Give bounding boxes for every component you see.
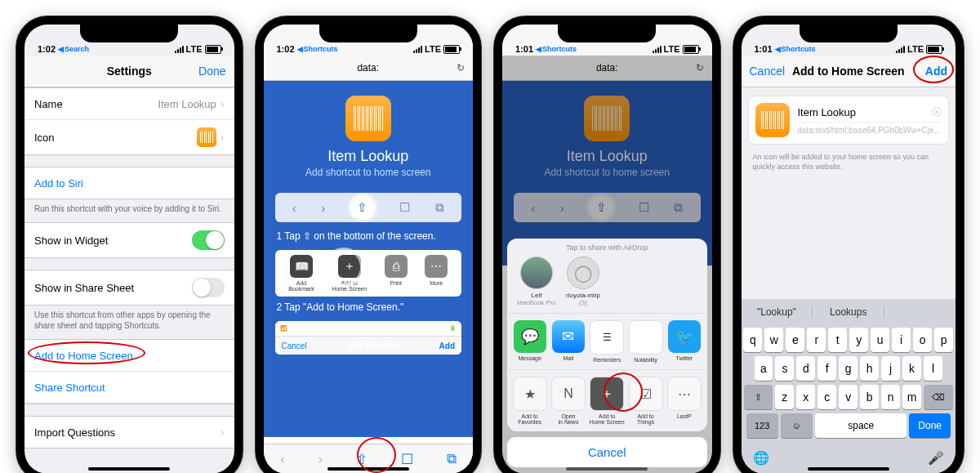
step-1: 1 Tap ⇧ on the bottom of the screen. [277, 230, 461, 242]
back-icon[interactable]: ‹ [280, 451, 285, 467]
navbar: Cancel Add to Home Screen Add [742, 56, 956, 87]
cancel-button[interactable]: Cancel [507, 437, 707, 467]
forward-icon[interactable]: › [318, 451, 323, 467]
numbers-key[interactable]: 123 [746, 413, 778, 438]
key-j[interactable]: j [881, 356, 900, 381]
lastpass-icon: ⋯ [667, 377, 702, 411]
lastpass-action[interactable]: ⋯LastP [666, 377, 702, 425]
notability-icon: ✏ [629, 320, 663, 355]
add-to-siri-button[interactable]: Add to Siri [24, 167, 234, 199]
news-icon: N [551, 377, 586, 411]
open-news-action[interactable]: NOpen in News [550, 377, 586, 425]
twitter-icon: 🐦 [668, 320, 701, 353]
airdrop-contact[interactable]: LeifMacBook Pro [517, 257, 556, 306]
shift-key[interactable]: ⇧ [744, 385, 773, 409]
cancel-button[interactable]: Cancel [750, 65, 786, 78]
key-s[interactable]: s [775, 356, 794, 381]
name-cell[interactable]: NameItem Lookup› [24, 88, 234, 120]
hint-text: An icon will be added to your home scree… [742, 153, 956, 172]
key-c[interactable]: c [817, 385, 836, 409]
mini-share-sheet: 📖Add Bookmark ＋Add to Home Screen ⎙Print… [275, 250, 462, 297]
backspace-key[interactable]: ⌫ [924, 385, 953, 409]
key-b[interactable]: b [860, 385, 879, 409]
key-h[interactable]: h [860, 356, 879, 381]
share-sheet-toggle[interactable] [192, 278, 225, 297]
app-row: 💬Message ✉Mail ☰Reminders ✏Notability 🐦T… [507, 313, 707, 369]
key-v[interactable]: v [839, 385, 858, 409]
add-favorites-action[interactable]: ★Add to Favorites [512, 377, 547, 425]
mic-icon[interactable]: 🎤 [928, 450, 944, 466]
airdrop-contact[interactable]: ◯rloyola-mbp(3) [566, 257, 600, 306]
reload-icon[interactable]: ↻ [457, 62, 465, 74]
share-icon[interactable]: ⇧ [356, 451, 368, 468]
message-icon: 💬 [514, 320, 546, 353]
suggestion[interactable]: "Lookup" [742, 306, 813, 318]
share-sheet: Tap to share with AirDrop LeifMacBook Pr… [507, 239, 707, 431]
action-row: ★Add to Favorites NOpen in News ＋Add to … [507, 369, 707, 431]
avatar-icon [520, 257, 553, 289]
phone-2: 1:02◀ Shortcuts LTE data:↻ Item Lookup A… [256, 16, 482, 473]
back-crumb[interactable]: ◀ Shortcuts [297, 45, 338, 53]
mail-icon: ✉ [552, 320, 585, 353]
key-m[interactable]: m [902, 385, 921, 409]
clear-icon[interactable]: ⓧ [932, 105, 942, 119]
key-k[interactable]: k [902, 356, 921, 381]
key-d[interactable]: d [796, 356, 815, 381]
space-key[interactable]: space [815, 413, 906, 438]
barcode-icon [755, 103, 790, 137]
chevron-right-icon: › [220, 97, 225, 110]
key-r[interactable]: r [807, 328, 826, 352]
add-things-action[interactable]: ☑Add to Things [628, 377, 663, 425]
globe-icon[interactable]: 🌐 [753, 450, 769, 466]
show-in-share-sheet-cell[interactable]: Show in Share Sheet [24, 270, 234, 305]
show-in-widget-cell[interactable]: Show in Widget [24, 223, 234, 257]
key-i[interactable]: i [892, 328, 911, 352]
key-a[interactable]: a [755, 356, 773, 381]
key-f[interactable]: f [817, 356, 836, 381]
more-icon: ⋯ [425, 255, 448, 278]
suggestion[interactable]: Lookups [813, 306, 884, 318]
key-x[interactable]: x [796, 385, 815, 409]
key-w[interactable]: w [764, 328, 783, 352]
emoji-key[interactable]: ☺ [781, 413, 813, 438]
share-icon-highlight: ⇧ [350, 195, 375, 220]
key-u[interactable]: u [871, 328, 889, 352]
step-2: 2 Tap "Add to Home Screen." [277, 301, 461, 313]
avatar-icon: ◯ [567, 257, 599, 289]
key-y[interactable]: y [849, 328, 868, 352]
things-icon: ☑ [629, 377, 663, 411]
tabs-icon[interactable]: ⧉ [447, 451, 457, 467]
done-button[interactable]: Done [198, 65, 225, 78]
bookmarks-icon[interactable]: ☐ [401, 451, 413, 468]
key-e[interactable]: e [786, 328, 804, 352]
share-shortcut-button[interactable]: Share Shortcut [24, 372, 234, 404]
key-o[interactable]: o [913, 328, 932, 352]
share-app-reminders[interactable]: ☰Reminders [590, 320, 625, 363]
import-questions-cell[interactable]: Import Questions› [24, 417, 234, 448]
key-l[interactable]: l [924, 356, 942, 381]
done-key[interactable]: Done [909, 413, 951, 438]
key-q[interactable]: q [743, 328, 762, 352]
share-app-mail[interactable]: ✉Mail [550, 320, 586, 363]
widget-toggle[interactable] [192, 230, 225, 250]
key-p[interactable]: p [934, 328, 953, 352]
add-button[interactable]: Add [925, 65, 947, 78]
bookmark-icon: 📖 [290, 255, 313, 278]
share-app-message[interactable]: 💬Message [512, 320, 547, 363]
key-n[interactable]: n [881, 385, 900, 409]
key-t[interactable]: t [828, 328, 847, 352]
key-z[interactable]: z [775, 385, 794, 409]
share-app-notability[interactable]: ✏Notability [628, 320, 663, 363]
add-to-home-screen-button[interactable]: Add to Home Screen [24, 340, 234, 372]
back-crumb[interactable]: ◀ Search [58, 45, 89, 53]
name-input[interactable] [798, 103, 932, 122]
add-home-action[interactable]: ＋Add to Home Screen [590, 377, 625, 425]
key-g[interactable]: g [839, 356, 858, 381]
keyboard: "Lookup" Lookups qwertyuiop asdfghjkl ⇧z… [742, 299, 956, 473]
share-app-twitter[interactable]: 🐦Twitter [666, 320, 702, 363]
url-bar[interactable]: data:↻ [264, 56, 474, 81]
icon-cell[interactable]: Icon› [24, 120, 234, 154]
barcode-icon [197, 127, 216, 147]
phone-3: 1:01◀ Shortcuts LTE data:↻ Item Lookup A… [494, 16, 720, 473]
back-icon: ‹ [292, 201, 296, 215]
